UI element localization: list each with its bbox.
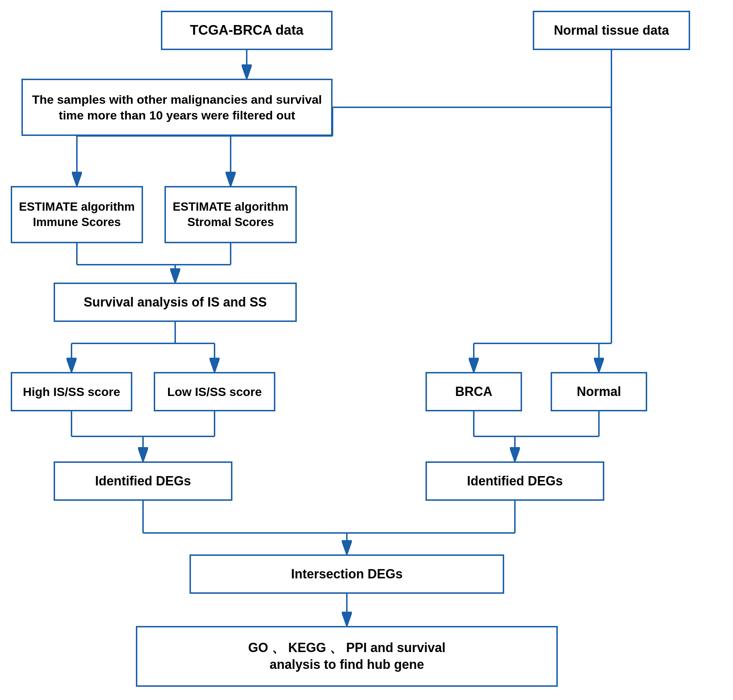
intersection-box: Intersection DEGs — [189, 554, 504, 594]
survival-label: Survival analysis of IS and SS — [84, 294, 267, 311]
go-kegg-label: GO 、 KEGG 、 PPI and survivalanalysis to … — [248, 640, 445, 673]
degs-right-label: Identified DEGs — [467, 473, 563, 490]
immune-box: ESTIMATE algorithmImmune Scores — [11, 186, 143, 243]
normal-tissue-box: Normal tissue data — [533, 11, 690, 50]
go-kegg-box: GO 、 KEGG 、 PPI and survivalanalysis to … — [136, 626, 558, 687]
flowchart: TCGA-BRCA data Normal tissue data The sa… — [0, 0, 733, 700]
high-label: High IS/SS score — [23, 384, 120, 400]
normal-label: Normal — [577, 384, 621, 400]
brca-box: BRCA — [426, 372, 522, 411]
tcga-label: TCGA-BRCA data — [190, 22, 303, 39]
high-box: High IS/SS score — [11, 372, 132, 411]
degs-left-box: Identified DEGs — [54, 462, 232, 501]
tcga-box: TCGA-BRCA data — [161, 11, 332, 50]
stromal-box: ESTIMATE algorithmStromal Scores — [165, 186, 297, 243]
survival-box: Survival analysis of IS and SS — [54, 282, 297, 322]
normal-box: Normal — [551, 372, 647, 411]
low-box: Low IS/SS score — [154, 372, 275, 411]
stromal-label: ESTIMATE algorithmStromal Scores — [173, 199, 289, 230]
degs-right-box: Identified DEGs — [426, 462, 604, 501]
normal-tissue-label: Normal tissue data — [554, 22, 669, 39]
low-label: Low IS/SS score — [167, 384, 262, 400]
degs-left-label: Identified DEGs — [95, 473, 191, 490]
intersection-label: Intersection DEGs — [291, 566, 402, 583]
brca-label: BRCA — [455, 384, 492, 400]
immune-label: ESTIMATE algorithmImmune Scores — [19, 199, 135, 230]
filter-label: The samples with other malignancies and … — [32, 91, 322, 123]
filter-box: The samples with other malignancies and … — [22, 79, 332, 136]
